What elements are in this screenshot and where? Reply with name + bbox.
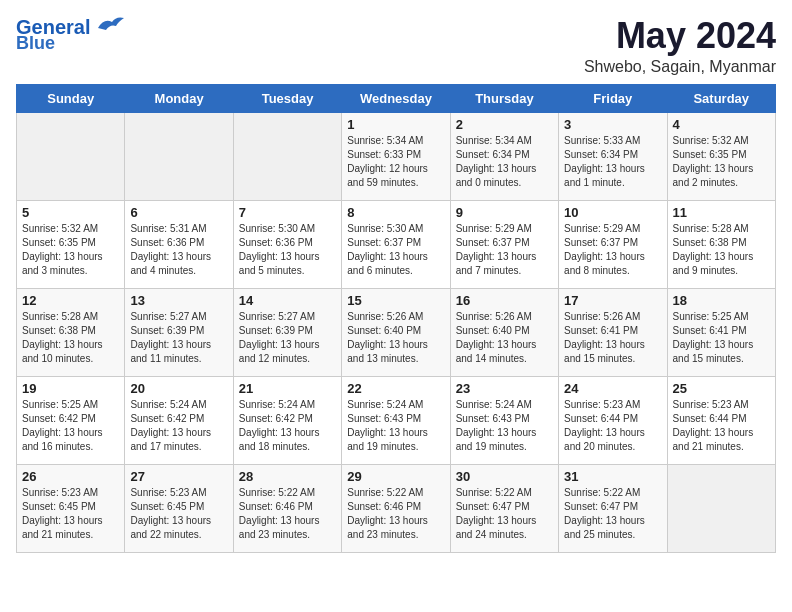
day-number: 22 [347,381,444,396]
calendar-week-2: 5Sunrise: 5:32 AM Sunset: 6:35 PM Daylig… [17,200,776,288]
day-info: Sunrise: 5:25 AM Sunset: 6:42 PM Dayligh… [22,398,119,454]
day-number: 25 [673,381,770,396]
day-number: 10 [564,205,661,220]
day-info: Sunrise: 5:27 AM Sunset: 6:39 PM Dayligh… [239,310,336,366]
day-number: 23 [456,381,553,396]
calendar-cell: 21Sunrise: 5:24 AM Sunset: 6:42 PM Dayli… [233,376,341,464]
calendar-cell: 3Sunrise: 5:33 AM Sunset: 6:34 PM Daylig… [559,112,667,200]
day-info: Sunrise: 5:22 AM Sunset: 6:47 PM Dayligh… [564,486,661,542]
calendar-cell: 14Sunrise: 5:27 AM Sunset: 6:39 PM Dayli… [233,288,341,376]
day-number: 18 [673,293,770,308]
day-info: Sunrise: 5:24 AM Sunset: 6:43 PM Dayligh… [456,398,553,454]
day-number: 28 [239,469,336,484]
calendar-cell: 7Sunrise: 5:30 AM Sunset: 6:36 PM Daylig… [233,200,341,288]
calendar-cell: 15Sunrise: 5:26 AM Sunset: 6:40 PM Dayli… [342,288,450,376]
day-number: 9 [456,205,553,220]
calendar-cell [667,464,775,552]
day-number: 5 [22,205,119,220]
calendar-week-1: 1Sunrise: 5:34 AM Sunset: 6:33 PM Daylig… [17,112,776,200]
weekday-header-thursday: Thursday [450,84,558,112]
day-number: 30 [456,469,553,484]
day-info: Sunrise: 5:25 AM Sunset: 6:41 PM Dayligh… [673,310,770,366]
calendar-cell [17,112,125,200]
page-header: General Blue May 2024 Shwebo, Sagain, My… [16,16,776,76]
calendar-cell: 22Sunrise: 5:24 AM Sunset: 6:43 PM Dayli… [342,376,450,464]
month-year-title: May 2024 [584,16,776,56]
calendar-cell: 29Sunrise: 5:22 AM Sunset: 6:46 PM Dayli… [342,464,450,552]
calendar-cell: 28Sunrise: 5:22 AM Sunset: 6:46 PM Dayli… [233,464,341,552]
logo: General Blue [16,16,126,54]
calendar-cell: 2Sunrise: 5:34 AM Sunset: 6:34 PM Daylig… [450,112,558,200]
day-number: 26 [22,469,119,484]
day-number: 19 [22,381,119,396]
day-number: 1 [347,117,444,132]
calendar-cell: 10Sunrise: 5:29 AM Sunset: 6:37 PM Dayli… [559,200,667,288]
calendar-cell: 19Sunrise: 5:25 AM Sunset: 6:42 PM Dayli… [17,376,125,464]
day-info: Sunrise: 5:30 AM Sunset: 6:37 PM Dayligh… [347,222,444,278]
calendar-table: SundayMondayTuesdayWednesdayThursdayFrid… [16,84,776,553]
day-number: 16 [456,293,553,308]
calendar-cell: 31Sunrise: 5:22 AM Sunset: 6:47 PM Dayli… [559,464,667,552]
calendar-week-3: 12Sunrise: 5:28 AM Sunset: 6:38 PM Dayli… [17,288,776,376]
calendar-cell [125,112,233,200]
day-info: Sunrise: 5:34 AM Sunset: 6:33 PM Dayligh… [347,134,444,190]
day-info: Sunrise: 5:27 AM Sunset: 6:39 PM Dayligh… [130,310,227,366]
day-number: 27 [130,469,227,484]
calendar-cell: 30Sunrise: 5:22 AM Sunset: 6:47 PM Dayli… [450,464,558,552]
calendar-cell: 20Sunrise: 5:24 AM Sunset: 6:42 PM Dayli… [125,376,233,464]
day-number: 24 [564,381,661,396]
day-number: 14 [239,293,336,308]
calendar-cell: 1Sunrise: 5:34 AM Sunset: 6:33 PM Daylig… [342,112,450,200]
day-info: Sunrise: 5:23 AM Sunset: 6:45 PM Dayligh… [22,486,119,542]
day-number: 11 [673,205,770,220]
calendar-cell: 16Sunrise: 5:26 AM Sunset: 6:40 PM Dayli… [450,288,558,376]
calendar-cell: 4Sunrise: 5:32 AM Sunset: 6:35 PM Daylig… [667,112,775,200]
day-info: Sunrise: 5:22 AM Sunset: 6:46 PM Dayligh… [239,486,336,542]
location-subtitle: Shwebo, Sagain, Myanmar [584,58,776,76]
day-number: 3 [564,117,661,132]
calendar-cell: 23Sunrise: 5:24 AM Sunset: 6:43 PM Dayli… [450,376,558,464]
day-info: Sunrise: 5:24 AM Sunset: 6:43 PM Dayligh… [347,398,444,454]
weekday-header-row: SundayMondayTuesdayWednesdayThursdayFrid… [17,84,776,112]
calendar-cell: 6Sunrise: 5:31 AM Sunset: 6:36 PM Daylig… [125,200,233,288]
weekday-header-monday: Monday [125,84,233,112]
day-info: Sunrise: 5:22 AM Sunset: 6:46 PM Dayligh… [347,486,444,542]
day-info: Sunrise: 5:32 AM Sunset: 6:35 PM Dayligh… [22,222,119,278]
day-number: 13 [130,293,227,308]
day-info: Sunrise: 5:24 AM Sunset: 6:42 PM Dayligh… [130,398,227,454]
day-info: Sunrise: 5:28 AM Sunset: 6:38 PM Dayligh… [22,310,119,366]
weekday-header-sunday: Sunday [17,84,125,112]
day-info: Sunrise: 5:22 AM Sunset: 6:47 PM Dayligh… [456,486,553,542]
day-number: 7 [239,205,336,220]
day-number: 2 [456,117,553,132]
weekday-header-wednesday: Wednesday [342,84,450,112]
calendar-cell: 13Sunrise: 5:27 AM Sunset: 6:39 PM Dayli… [125,288,233,376]
day-info: Sunrise: 5:32 AM Sunset: 6:35 PM Dayligh… [673,134,770,190]
calendar-cell: 9Sunrise: 5:29 AM Sunset: 6:37 PM Daylig… [450,200,558,288]
weekday-header-tuesday: Tuesday [233,84,341,112]
logo-blue-text: Blue [16,34,55,54]
day-number: 29 [347,469,444,484]
logo-bird-icon [94,14,126,36]
calendar-week-5: 26Sunrise: 5:23 AM Sunset: 6:45 PM Dayli… [17,464,776,552]
day-info: Sunrise: 5:23 AM Sunset: 6:44 PM Dayligh… [564,398,661,454]
day-number: 12 [22,293,119,308]
weekday-header-saturday: Saturday [667,84,775,112]
day-number: 21 [239,381,336,396]
calendar-cell: 24Sunrise: 5:23 AM Sunset: 6:44 PM Dayli… [559,376,667,464]
day-info: Sunrise: 5:28 AM Sunset: 6:38 PM Dayligh… [673,222,770,278]
day-info: Sunrise: 5:24 AM Sunset: 6:42 PM Dayligh… [239,398,336,454]
calendar-cell [233,112,341,200]
day-info: Sunrise: 5:34 AM Sunset: 6:34 PM Dayligh… [456,134,553,190]
calendar-cell: 12Sunrise: 5:28 AM Sunset: 6:38 PM Dayli… [17,288,125,376]
day-info: Sunrise: 5:31 AM Sunset: 6:36 PM Dayligh… [130,222,227,278]
day-info: Sunrise: 5:23 AM Sunset: 6:44 PM Dayligh… [673,398,770,454]
calendar-cell: 18Sunrise: 5:25 AM Sunset: 6:41 PM Dayli… [667,288,775,376]
day-number: 15 [347,293,444,308]
day-info: Sunrise: 5:29 AM Sunset: 6:37 PM Dayligh… [456,222,553,278]
calendar-cell: 25Sunrise: 5:23 AM Sunset: 6:44 PM Dayli… [667,376,775,464]
day-info: Sunrise: 5:26 AM Sunset: 6:41 PM Dayligh… [564,310,661,366]
weekday-header-friday: Friday [559,84,667,112]
day-number: 6 [130,205,227,220]
day-info: Sunrise: 5:23 AM Sunset: 6:45 PM Dayligh… [130,486,227,542]
